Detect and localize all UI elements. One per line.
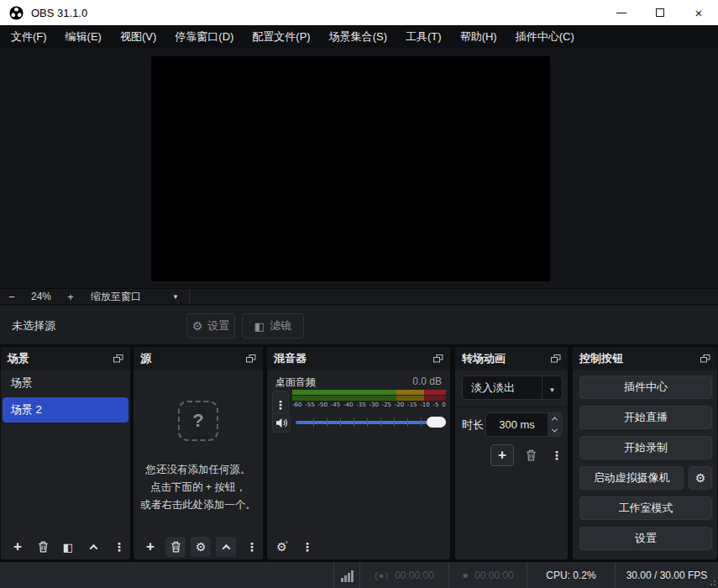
remove-scene-button[interactable] [33,537,53,557]
popout-icon[interactable] [246,354,256,363]
add-transition-button[interactable] [490,444,514,466]
add-source-button[interactable] [140,537,160,557]
record-circle-icon [462,569,469,581]
chevron-down-icon [549,381,556,396]
fit-to-window-select[interactable]: 缩放至窗口 ▼ [82,289,190,304]
add-scene-button[interactable] [8,537,28,557]
menu-help[interactable]: 帮助(H) [451,25,506,48]
menu-tools[interactable]: 工具(T) [396,25,451,48]
studio-mode-button[interactable]: 工作室模式 [579,496,712,520]
scene-list-item-selected[interactable]: 场景 2 [3,397,128,423]
meter-tick: -45 [331,402,340,408]
transition-select[interactable]: 淡入淡出 [462,375,563,400]
source-properties-button[interactable]: 设置 [186,313,235,339]
meter-channel-left [292,390,446,395]
preview-zoom-toolbar: − 24% + 缩放至窗口 ▼ [0,288,718,305]
plugin-center-button[interactable]: 插件中心 [579,375,712,399]
meter-tick: -30 [369,402,378,408]
preview-canvas[interactable] [151,56,550,281]
virtual-camera-config-button[interactable] [689,466,712,490]
popout-icon[interactable] [433,354,443,363]
start-virtual-camera-button[interactable]: 启动虚拟摄像机 [579,466,684,490]
dock-area: 场景 场景 场景 2 源 ? [0,345,718,561]
maximize-button[interactable] [641,0,679,25]
filter-icon [254,320,265,333]
plus-icon [13,538,22,555]
mute-button[interactable] [272,412,291,433]
source-filters-button[interactable]: 滤镜 [242,313,304,339]
transitions-panel-header: 转场动画 [455,347,568,370]
menu-profile[interactable]: 配置文件(P) [243,25,319,48]
scene-transitions-panel: 转场动画 淡入淡出 时长 300 ms [454,346,569,560]
menu-docks[interactable]: 停靠窗口(D) [165,25,243,48]
close-button[interactable]: × [679,0,718,25]
obs-window: OBS 31.1.0 × 文件(F) 编辑(E) 视图(V) 停靠窗口(D) 配… [0,0,718,588]
meter-tick: -5 [433,402,439,408]
signal-bar [351,570,354,582]
no-source-label: 未选择源 [12,318,55,333]
window-controls: × [602,0,718,25]
network-signal-icon [334,569,359,582]
minimize-button[interactable] [602,0,641,25]
start-recording-button[interactable]: 开始录制 [579,436,712,459]
chevron-up-icon [89,543,97,552]
popout-icon[interactable] [551,354,561,363]
meter-tick: -15 [407,402,417,408]
title-bar: OBS 31.1.0 × [0,0,718,25]
meter-tick: -50 [317,402,327,408]
maximize-icon [656,8,664,17]
more-dots-icon [246,539,258,554]
spin-up-button[interactable] [548,413,562,425]
remove-transition-button[interactable] [521,445,541,465]
mixer-source-row: 桌面音频 0.0 dB [275,375,442,390]
record-timer: 00:00:00 [449,569,527,581]
volume-slider-handle[interactable] [427,417,446,428]
spin-down-button[interactable] [548,425,562,437]
zoom-out-button[interactable]: − [0,291,24,303]
source-properties-button[interactable] [191,537,211,557]
menu-view[interactable]: 视图(V) [111,25,165,48]
sources-empty-state[interactable]: ? 您还没有添加任何源。 点击下面的 + 按钮， 或者右击此处添加一个。 [134,370,263,534]
move-source-up-button[interactable] [216,537,236,557]
scenes-overflow-button[interactable] [115,537,123,557]
resize-grip[interactable] [708,578,715,585]
move-scene-up-button[interactable] [83,537,103,557]
stream-time: 00:00:00 [395,570,434,581]
transition-properties-button[interactable] [549,445,564,465]
menu-file[interactable]: 文件(F) [2,25,56,48]
scene-filters-button[interactable] [58,537,78,557]
scenes-panel-title: 场景 [8,351,113,366]
advanced-audio-button[interactable]: ° [274,537,291,557]
popout-icon[interactable] [700,354,710,363]
sources-overflow-button[interactable] [248,537,256,557]
volume-slider[interactable] [296,412,446,433]
menu-bar: 文件(F) 编辑(E) 视图(V) 停靠窗口(D) 配置文件(P) 场景集合(S… [0,25,718,48]
meter-tick: -55 [305,402,314,408]
controls-panel-title: 控制按钮 [579,351,700,366]
menu-plugin-center[interactable]: 插件中心(C) [506,25,584,48]
controls-panel: 控制按钮 插件中心 开始直播 开始录制 启动虚拟摄像机 工作室模式 设置 [572,346,718,560]
start-streaming-button[interactable]: 开始直播 [579,406,712,429]
meter-tick: -35 [356,402,365,408]
close-icon: × [695,7,703,19]
sources-panel-header: 源 [134,347,263,370]
sources-panel: 源 ? 您还没有添加任何源。 点击下面的 + 按钮， 或者右击此处添加一个。 [133,346,264,560]
zoom-in-button[interactable]: + [59,291,82,303]
menu-scene-collection[interactable]: 场景集合(S) [320,25,396,48]
remove-source-button[interactable] [165,537,186,557]
select-arrow[interactable] [542,376,562,399]
scene-list-item[interactable]: 场景 [1,370,130,396]
mixer-panel-title: 混音器 [274,351,433,366]
menu-edit[interactable]: 编辑(E) [56,25,111,48]
empty-line: 或者右击此处添加一个。 [140,496,256,514]
settings-button[interactable]: 设置 [579,527,712,550]
empty-line: 点击下面的 + 按钮， [140,479,256,496]
duration-spinbox[interactable]: 300 ms [485,412,563,437]
question-mark-glyph: ? [192,410,203,432]
trash-icon [170,541,181,553]
popout-icon[interactable] [113,354,123,363]
more-dots-icon [113,539,125,554]
mixer-db-value: 0.0 dB [412,375,442,390]
mixer-overflow-button[interactable] [302,537,312,557]
chevron-down-icon: ▼ [172,293,179,301]
